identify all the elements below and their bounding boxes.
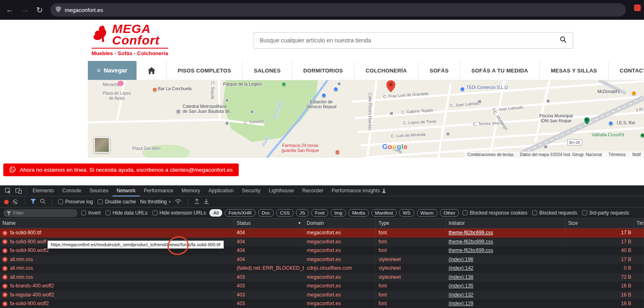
filter-funnel-icon[interactable]	[31, 199, 36, 205]
request-time	[634, 238, 644, 247]
checkbox-blocked-requests[interactable]: Blocked requests	[532, 210, 577, 216]
clear-icon[interactable]	[13, 199, 18, 204]
attribution-item-combinaciones-de-teclas[interactable]: Combinaciones de teclas	[467, 152, 513, 157]
devtools-tab-network[interactable]: Network	[113, 186, 140, 196]
filter-chip-fetch-xhr[interactable]: Fetch/XHR	[225, 209, 255, 217]
whatsapp-banner[interactable]: Ahora no estamos en línea. Si necesita a…	[3, 163, 239, 176]
column-header-name[interactable]: Name	[0, 219, 234, 228]
initiator-link[interactable]: (index):196	[449, 257, 473, 262]
network-request-row[interactable]: ×fa-solid-900.woff2403megaconfort.esfont…	[0, 299, 644, 308]
devtools-tab-security[interactable]: Security	[238, 186, 265, 196]
initiator-link[interactable]: (index):138	[449, 274, 473, 280]
nav-item-contacto[interactable]: CONTACTO	[608, 61, 644, 80]
request-type: font	[376, 299, 446, 308]
checkbox-hide-extension-urls[interactable]: Hide extension URLs	[153, 210, 206, 216]
network-request-row[interactable]: ×all.min.css404megaconfort.esstylesheet(…	[0, 255, 644, 264]
checkbox-3rd-party-requests[interactable]: 3rd-party requests	[582, 210, 629, 216]
request-status: 404	[234, 255, 304, 264]
filter-chip-media[interactable]: Media	[348, 209, 369, 217]
filter-chip-all[interactable]: All	[209, 209, 222, 217]
filter-chip-font[interactable]: Font	[311, 209, 328, 217]
devtools-tab-sources[interactable]: Sources	[85, 186, 113, 196]
initiator-link[interactable]: (index):142	[449, 265, 473, 271]
network-request-row[interactable]: ×fa-brands-400.woff2403megaconfort.esfon…	[0, 282, 644, 291]
request-name: fa-regular-400.woff2	[10, 291, 54, 300]
inspect-cursor-icon[interactable]	[4, 188, 12, 194]
network-request-row[interactable]: ×all.min.css(failed) net::ERR_BLOCKED_B.…	[0, 264, 644, 273]
checkbox-invert[interactable]: Invert	[81, 210, 101, 216]
filter-chip-doc[interactable]: Doc	[258, 209, 274, 217]
device-toolbar-icon[interactable]	[15, 188, 22, 194]
network-search-icon[interactable]	[40, 198, 45, 205]
initiator-link[interactable]: (index):129	[449, 301, 473, 306]
network-conditions-icon[interactable]	[175, 199, 181, 205]
column-header-initiator[interactable]: Initiator	[446, 219, 566, 228]
navegar-button[interactable]: ≡ Navegar	[88, 61, 136, 80]
request-time	[634, 282, 644, 291]
devtools-tab-elements[interactable]: Elements	[28, 186, 58, 196]
request-name-cell: ×fa-solid-900.ttf	[0, 229, 234, 238]
filter-chip-js[interactable]: JS	[296, 209, 309, 217]
filter-chip-ws[interactable]: WS	[399, 209, 414, 217]
export-har-icon[interactable]	[204, 198, 209, 205]
search-input[interactable]	[254, 37, 554, 44]
column-header-status[interactable]: Status▼	[234, 219, 304, 228]
network-request-row[interactable]: ×fa-solid-900.ttf404megaconfort.esfontth…	[0, 229, 644, 238]
throttling-dropdown[interactable]: No throttling ▾	[140, 199, 171, 205]
map-attribution: Combinaciones de teclasDatos del mapa ©2…	[464, 152, 644, 158]
checkbox-hide-data-urls[interactable]: Hide data URLs	[106, 210, 148, 216]
column-header-time[interactable]: Time	[634, 219, 644, 228]
filter-input[interactable]	[3, 209, 78, 217]
filter-chip-img[interactable]: Img	[331, 209, 346, 217]
initiator-link[interactable]: theme-f62bc699.css	[449, 230, 493, 236]
checkbox-preserve-log[interactable]: Preserve log	[58, 199, 93, 205]
filter-chip-wasm[interactable]: Wasm	[417, 209, 437, 217]
forward-icon[interactable]: →	[21, 5, 29, 14]
devtools-tab-recorder[interactable]: Recorder	[298, 186, 327, 196]
filter-chip-css[interactable]: CSS	[276, 209, 294, 217]
devtools-tab-memory[interactable]: Memory	[177, 186, 204, 196]
store-map[interactable]: BA-20 Google Combinaciones de teclasDato…	[88, 80, 644, 158]
checkbox-blocked-response-cookies[interactable]: Blocked response cookies	[463, 210, 527, 216]
column-header-domain[interactable]: Domain	[304, 219, 376, 228]
minimap-toggle[interactable]	[94, 137, 110, 153]
reload-icon[interactable]: ↻	[36, 5, 43, 15]
filter-chip-manifest[interactable]: Manifest	[371, 209, 397, 217]
nav-item-sof-s-a-tu-medida[interactable]: SOFÁS A TU MEDIDA	[460, 61, 539, 80]
back-icon[interactable]: ←	[6, 5, 14, 14]
nav-item-salones[interactable]: SALONES	[242, 61, 292, 80]
checkbox-disable-cache[interactable]: Disable cache	[98, 199, 136, 205]
initiator-link[interactable]: (index):132	[449, 292, 473, 298]
devtools-tab-performance-insights[interactable]: Performance insights	[327, 186, 390, 196]
nav-item-pisos-completos[interactable]: PISOS COMPLETOS	[166, 61, 242, 80]
network-request-row[interactable]: ×fa-regular-400.woff2403megaconfort.esfo…	[0, 291, 644, 300]
record-icon[interactable]	[4, 200, 9, 204]
devtools-tab-console[interactable]: Console	[58, 186, 85, 196]
filter-chip-other[interactable]: Other	[440, 209, 459, 217]
column-header-type[interactable]: Type	[376, 219, 446, 228]
nav-item-sof-s[interactable]: SOFÁS	[418, 61, 460, 80]
home-button[interactable]	[136, 61, 166, 80]
request-initiator-cell: (index):129	[446, 299, 566, 308]
checkbox-label: Blocked requests	[539, 210, 577, 216]
import-har-icon[interactable]	[194, 198, 200, 205]
nav-item-dormitorios[interactable]: DORMITORIOS	[292, 61, 354, 80]
nav-item-colchoner-a[interactable]: COLCHONERÍA	[354, 61, 418, 80]
nav-item-mesas-y-sillas[interactable]: MESAS Y SILLAS	[539, 61, 608, 80]
devtools-tab-lighthouse[interactable]: Lighthouse	[265, 186, 298, 196]
initiator-link[interactable]: theme-f62bc699.css	[449, 239, 493, 245]
initiator-link[interactable]: theme-f62bc699.css	[449, 247, 493, 253]
attribution-item-notif[interactable]: Notif	[632, 152, 641, 157]
url-bar[interactable]: megaconfort.es	[50, 3, 626, 16]
attribution-item-t-rminos[interactable]: Términos	[609, 152, 626, 157]
search-icon[interactable]	[554, 36, 573, 44]
network-request-row[interactable]: ×all.min.css403megaconfort.esstylesheet(…	[0, 273, 644, 282]
site-logo[interactable]: MEGA Confort Muebles - Sofás - Colchoner…	[92, 23, 168, 56]
request-domain: megaconfort.es	[304, 299, 376, 308]
map-label: Valhalla CrossFit	[592, 132, 624, 137]
initiator-link[interactable]: (index):135	[449, 283, 473, 289]
devtools-tab-performance[interactable]: Performance	[140, 186, 178, 196]
red-extension-icon[interactable]	[634, 5, 641, 11]
devtools-tab-application[interactable]: Application	[204, 186, 237, 196]
column-header-size[interactable]: Size	[566, 219, 634, 228]
